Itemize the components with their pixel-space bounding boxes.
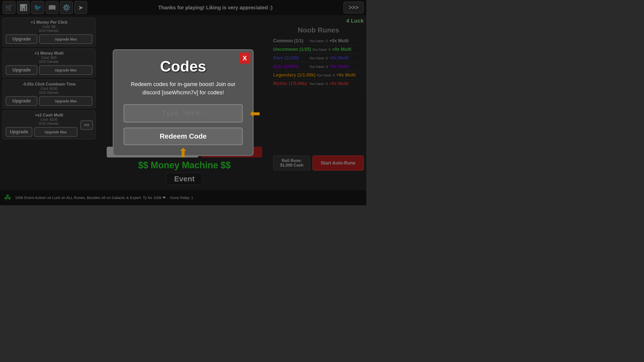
modal-close-button[interactable]: X xyxy=(239,53,250,64)
arrow-up-icon: ⬆ xyxy=(178,146,188,160)
codes-modal: X Codes Redeem codes for in-game boost! … xyxy=(113,49,254,156)
modal-title: Codes xyxy=(124,58,243,75)
redeem-code-button[interactable]: Redeem Code xyxy=(124,128,243,145)
arrow-right-icon: ⬅ xyxy=(250,106,260,121)
modal-overlay: X Codes Redeem codes for in-game boost! … xyxy=(0,0,366,205)
code-input[interactable] xyxy=(124,104,243,123)
modal-description: Redeem codes for in-game boost! Join our… xyxy=(124,80,243,97)
code-input-area: ⬅ xyxy=(124,104,243,123)
